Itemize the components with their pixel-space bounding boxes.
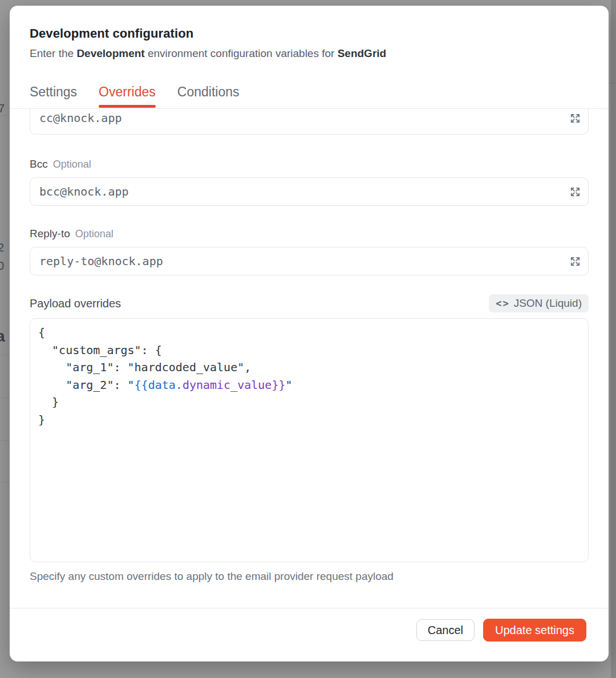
code-line: "arg_2": "{{data.dynamic_value}}" (38, 376, 580, 394)
payload-overrides-help-text: Specify any custom overrides to apply to… (30, 570, 589, 583)
reply-to-label-row: Reply-to Optional (30, 228, 589, 240)
code-line: } (38, 411, 580, 429)
reply-to-label: Reply-to (30, 228, 70, 240)
subtitle-text: environment configuration variables for (145, 47, 338, 59)
json-liquid-badge: <> JSON (Liquid) (489, 294, 589, 312)
subtitle-environment: Development (76, 47, 144, 59)
reply-to-optional-label: Optional (75, 228, 114, 240)
bcc-label-row: Bcc Optional (30, 158, 589, 170)
background-divider (0, 397, 10, 398)
background-divider (609, 83, 616, 83)
payload-overrides-label: Payload overrides (30, 297, 121, 310)
reply-to-input[interactable]: reply-to@knock.app (30, 247, 589, 275)
background-divider (0, 355, 10, 355)
dialog-tabs: Settings Overrides Conditions (10, 84, 609, 109)
cc-value[interactable]: cc@knock.app (30, 111, 122, 125)
background-text-fragment: 7 (0, 103, 5, 114)
background-text-fragment: 2 (0, 242, 4, 253)
dialog-title: Development configuration (30, 26, 589, 42)
update-settings-button[interactable]: Update settings (483, 619, 586, 642)
code-line: } (38, 393, 580, 411)
payload-overrides-header: Payload overrides <> JSON (Liquid) (30, 294, 589, 312)
dialog-subtitle: Enter the Development environment config… (30, 47, 589, 60)
expand-icon[interactable] (568, 254, 582, 268)
development-configuration-dialog: Development configuration Enter the Deve… (10, 6, 609, 661)
code-icon: <> (496, 298, 509, 309)
bcc-label: Bcc (30, 158, 48, 170)
background-text-fragment: a (0, 331, 5, 342)
code-line: "arg_1": "hardcoded_value", (38, 359, 580, 376)
background-page-scrollbar (611, 0, 616, 678)
bcc-optional-label: Optional (53, 158, 91, 170)
cancel-button[interactable]: Cancel (416, 619, 475, 641)
bcc-value[interactable]: bcc@knock.app (30, 185, 129, 198)
background-divider (0, 482, 10, 482)
code-line: { (38, 324, 580, 342)
expand-icon[interactable] (568, 111, 582, 125)
dialog-header: Development configuration Enter the Deve… (10, 6, 609, 60)
code-line: "custom_args": { (38, 342, 580, 359)
subtitle-text: Enter the (30, 47, 76, 59)
reply-to-value[interactable]: reply-to@knock.app (30, 254, 163, 268)
expand-icon[interactable] (568, 185, 582, 198)
bcc-input[interactable]: bcc@knock.app (30, 177, 589, 206)
payload-overrides-editor[interactable]: { "custom_args": { "arg_1": "hardcoded_v… (30, 318, 589, 562)
subtitle-provider: SendGrid (338, 47, 387, 59)
dialog-footer: Cancel Update settings (10, 608, 609, 652)
background-divider (0, 440, 10, 441)
tab-overrides[interactable]: Overrides (99, 84, 156, 108)
tab-settings[interactable]: Settings (30, 84, 77, 108)
tab-conditions[interactable]: Conditions (177, 84, 240, 108)
liquid-tag-open: {{data. (135, 378, 183, 392)
cc-input[interactable]: cc@knock.app (30, 109, 589, 135)
overrides-tab-content: cc@knock.app Bcc Optional bcc@knock.app (10, 109, 609, 608)
background-text-fragment: 0 (0, 260, 4, 271)
background-divider (0, 115, 10, 116)
json-liquid-badge-label: JSON (Liquid) (514, 297, 582, 310)
liquid-variable: dynamic_value}} (183, 378, 286, 392)
